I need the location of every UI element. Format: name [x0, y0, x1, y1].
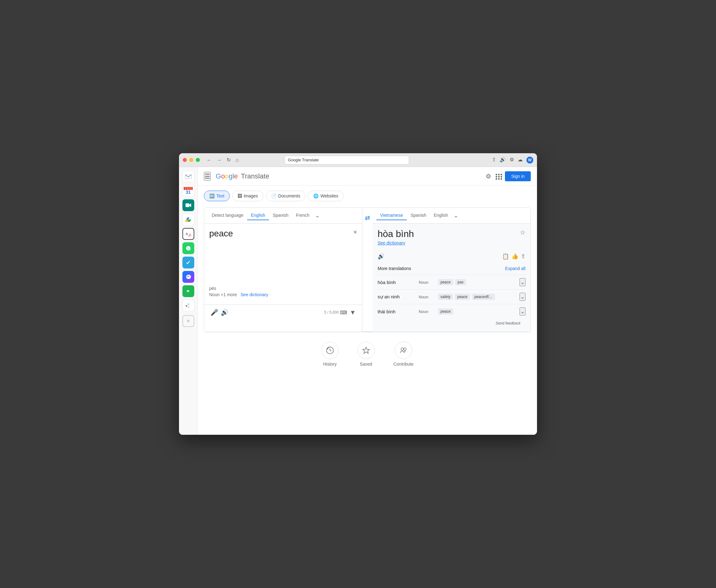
trans-tag-2-2: peaceoff… [472, 294, 495, 300]
clear-button[interactable]: × [353, 229, 357, 236]
target-lang-dropdown[interactable]: ⌄ [452, 210, 460, 221]
contribute-icon-circle [395, 342, 412, 359]
input-panel: Detect language English Spanish French ⌄… [204, 208, 362, 332]
keyboard-button[interactable]: ⌨ [339, 308, 348, 317]
app-title: Translate [241, 172, 269, 180]
tab-images-label: Images [244, 193, 258, 198]
source-lang-dropdown[interactable]: ⌄ [313, 210, 322, 221]
mic-button[interactable]: 🎤 [209, 308, 219, 317]
expand-all-button[interactable]: Expand all [505, 266, 525, 271]
expand-row-2-button[interactable]: ⌄ [520, 293, 525, 301]
noun-label: Noun +1 more [209, 292, 237, 297]
svg-rect-13 [188, 304, 189, 304]
tab-images[interactable]: 🖼 Images [232, 191, 263, 201]
header-icons: ⚙ Sign in [486, 171, 531, 181]
expand-row-3-button[interactable]: ⌄ [520, 308, 525, 315]
app-header: ☰ Google Translate ⚙ [198, 167, 537, 186]
table-row: hòa bình Noun peace pax ⌄ [377, 275, 525, 289]
header-settings-icon[interactable]: ⚙ [486, 172, 491, 180]
more-translations: More translations Expand all hòa bình No… [373, 262, 530, 332]
dock-icon-meet[interactable] [182, 199, 194, 211]
refresh-button[interactable]: ↻ [225, 156, 233, 164]
forward-button[interactable]: → [215, 156, 223, 164]
bottom-item-saved[interactable]: Saved [357, 342, 375, 366]
minimize-button[interactable] [189, 158, 193, 162]
sign-in-button[interactable]: Sign in [505, 171, 531, 181]
dock-icon-drive[interactable] [182, 214, 194, 226]
bottom-bar: History Saved [204, 332, 531, 376]
input-text-area[interactable]: peace × [204, 224, 362, 286]
save-translation-button[interactable]: ☆ [520, 229, 525, 236]
see-dictionary-link-target[interactable]: See dictionary [377, 240, 525, 246]
profile-icon[interactable]: W [526, 157, 533, 164]
more-button[interactable]: ▼ [348, 308, 357, 317]
share-icon[interactable]: ⇧ [492, 157, 496, 164]
contribute-label: Contribute [393, 362, 414, 366]
bottom-item-history[interactable]: History [321, 342, 339, 366]
tab-text[interactable]: 🔤 Text [204, 191, 230, 201]
header-apps-icon[interactable] [495, 173, 501, 180]
target-lang-spanish[interactable]: Spanish [407, 211, 430, 220]
close-button[interactable] [183, 158, 187, 162]
contribute-icon [399, 346, 408, 355]
output-icons: 🔊 📋 👍 ⇧ [373, 250, 530, 262]
translate-area: 🔤 Text 🖼 Images 📄 Documents 🌐 Websites [198, 186, 537, 435]
see-dictionary-link-source[interactable]: See dictionary [241, 292, 268, 297]
source-lang-french[interactable]: French [292, 211, 313, 220]
dock-icon-gmail[interactable] [182, 171, 194, 183]
cloud-icon[interactable]: ☁ [518, 157, 523, 164]
output-sound-button[interactable]: 🔊 [377, 253, 385, 260]
main-content: ☰ Google Translate ⚙ [198, 167, 537, 435]
expand-row-1-button[interactable]: ⌄ [520, 278, 525, 286]
tab-websites-label: Websites [320, 193, 338, 198]
logo-letter-g2: g [229, 172, 233, 180]
app-dock: ▊▊▊▊▊ 31 Aあ [179, 167, 198, 435]
more-translations-title: More translations [377, 266, 411, 271]
pronunciation: pēs [204, 286, 362, 291]
settings-icon[interactable]: ⚙ [509, 157, 514, 164]
home-button[interactable]: ⌂ [234, 156, 241, 164]
bottom-item-contribute[interactable]: Contribute [393, 342, 414, 366]
source-lang-english[interactable]: English [247, 211, 269, 220]
trans-type-1: Noun [419, 280, 434, 285]
tab-websites[interactable]: 🌐 Websites [308, 191, 343, 201]
maximize-button[interactable] [196, 158, 200, 162]
sound-icon[interactable]: 🔊 [500, 157, 506, 164]
trans-type-3: Noun [419, 309, 434, 314]
output-main-text: hòa bình [377, 229, 414, 239]
send-feedback[interactable]: Send feedback [377, 319, 525, 328]
dock-icon-calendar[interactable]: ▊▊▊▊▊ 31 [182, 185, 194, 197]
target-lang-vietnamese[interactable]: Vietnamese [376, 211, 407, 220]
share-translation-button[interactable]: ⇧ [521, 253, 525, 260]
toolbar-icons: ⇧ 🔊 ⚙ ☁ W [492, 157, 533, 164]
sound-button[interactable]: 🔊 [219, 308, 230, 317]
swap-area: ⇄ [362, 208, 373, 332]
svg-rect-0 [186, 203, 189, 207]
copy-button[interactable]: 📋 [502, 253, 509, 260]
dock-icon-translate[interactable]: Aあ [182, 228, 194, 240]
trans-word-3: thái bình [377, 309, 415, 314]
tab-documents[interactable]: 📄 Documents [266, 191, 306, 201]
trans-type-2: Noun [419, 295, 434, 299]
dock-icon-spotify[interactable] [182, 285, 194, 297]
table-row: thái bình Noun peace ⌄ [377, 304, 525, 319]
star-icon [362, 346, 370, 355]
trans-tag-2-1: peace [455, 294, 470, 300]
images-icon: 🖼 [238, 193, 242, 198]
trans-word-2: sự an ninh [377, 294, 415, 300]
svg-point-19 [401, 348, 404, 350]
menu-button[interactable]: ☰ [204, 172, 211, 181]
swap-languages-button[interactable]: ⇄ [362, 211, 373, 224]
dock-icon-whatsapp[interactable] [182, 242, 194, 254]
trans-tag-1-0: peace [438, 279, 453, 285]
source-lang-spanish[interactable]: Spanish [269, 211, 292, 220]
address-bar[interactable]: Google Translate [284, 156, 409, 164]
add-app-button[interactable]: + [182, 315, 194, 327]
dock-icon-messenger[interactable] [182, 271, 194, 283]
dock-icon-telegram[interactable] [182, 257, 194, 269]
target-lang-english[interactable]: English [430, 211, 452, 220]
source-lang-detect[interactable]: Detect language [208, 211, 247, 220]
back-button[interactable]: ← [205, 156, 214, 164]
dock-icon-slack[interactable] [182, 300, 194, 311]
thumbs-up-button[interactable]: 👍 [512, 253, 518, 260]
